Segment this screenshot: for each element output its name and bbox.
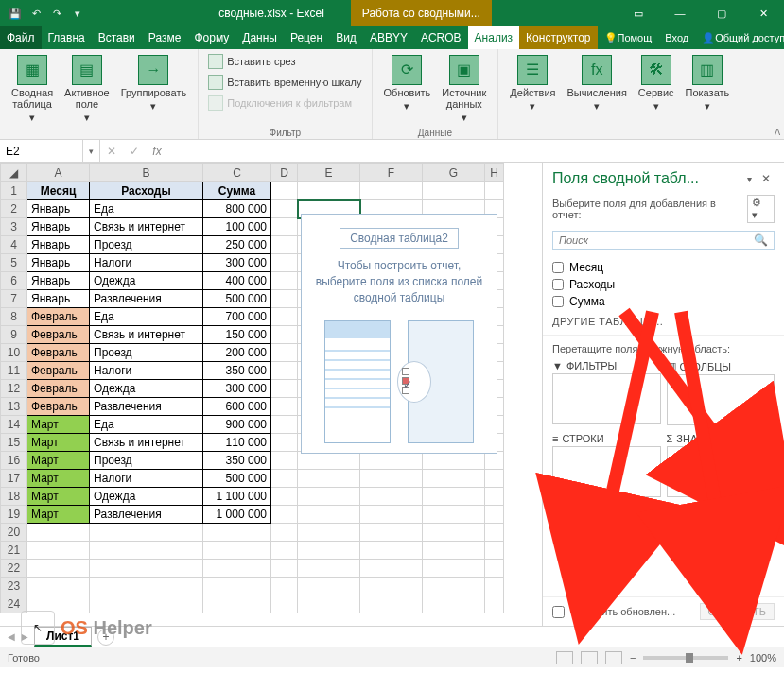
tab-file[interactable]: Файл [0, 26, 42, 49]
field-item[interactable]: Сумма [552, 293, 775, 310]
cell[interactable]: 100 000 [203, 218, 271, 236]
row-header[interactable]: 20 [1, 524, 27, 542]
row-header[interactable]: 16 [1, 452, 27, 470]
page-layout-view-button[interactable] [581, 651, 598, 664]
row-header[interactable]: 11 [1, 362, 27, 380]
name-box[interactable]: E2 [0, 140, 83, 162]
share-button[interactable]: 👤 Общий доступ [695, 26, 784, 49]
cell[interactable]: Январь [27, 272, 90, 290]
cell[interactable]: Февраль [27, 344, 90, 362]
cell[interactable]: 200 000 [203, 344, 271, 362]
cell[interactable]: 900 000 [203, 416, 271, 434]
cell[interactable]: Связь и интернет [90, 326, 203, 344]
field-search-input[interactable] [559, 234, 754, 246]
cell[interactable]: Январь [27, 236, 90, 254]
cell[interactable]: 150 000 [203, 326, 271, 344]
close-button[interactable]: ✕ [742, 0, 784, 26]
save-button[interactable]: 💾 [6, 4, 25, 23]
show-button[interactable]: ▥Показать▾ [680, 51, 736, 115]
cell[interactable]: 600 000 [203, 398, 271, 416]
zoom-slider[interactable] [643, 656, 728, 660]
cell[interactable]: Развлечения [90, 398, 203, 416]
cell[interactable]: Налоги [90, 254, 203, 272]
cell[interactable]: Месяц [27, 182, 90, 200]
cell[interactable]: 350 000 [203, 362, 271, 380]
cell[interactable]: Проезд [90, 452, 203, 470]
cell[interactable]: Март [27, 434, 90, 452]
cell[interactable]: Одежда [90, 380, 203, 398]
values-zone[interactable]: ΣЗНАЧЕНИЯ [667, 431, 775, 497]
cell[interactable]: 500 000 [203, 470, 271, 488]
row-header[interactable]: 14 [1, 416, 27, 434]
cell[interactable]: 1 000 000 [203, 506, 271, 524]
qat-customize[interactable]: ▾ [68, 4, 87, 23]
row-header[interactable]: 18 [1, 488, 27, 506]
cell[interactable]: Расходы [90, 182, 203, 200]
row-header[interactable]: 12 [1, 380, 27, 398]
col-header[interactable]: E [298, 164, 360, 182]
pane-options-dropdown[interactable]: ▾ [747, 174, 752, 184]
row-header[interactable]: 4 [1, 236, 27, 254]
row-header[interactable]: 1 [1, 182, 27, 200]
name-box-dropdown[interactable]: ▾ [83, 140, 100, 162]
sign-in[interactable]: Вход [658, 26, 695, 49]
spreadsheet-grid[interactable]: ◢ A B C D E F G H 1 Месяц Расходы Сумма … [0, 163, 542, 626]
update-button[interactable]: ОБНОВИТЬ [700, 603, 775, 620]
row-header[interactable]: 6 [1, 272, 27, 290]
row-header[interactable]: 22 [1, 560, 27, 578]
col-header[interactable]: H [485, 164, 504, 182]
sheet-nav-prev[interactable]: ◀ [8, 631, 15, 642]
tab-home[interactable]: Главна [42, 26, 92, 49]
col-header[interactable]: A [27, 164, 90, 182]
undo-button[interactable]: ↶ [26, 4, 45, 23]
row-header[interactable]: 5 [1, 254, 27, 272]
redo-button[interactable]: ↷ [47, 4, 66, 23]
insert-timeline-button[interactable]: Вставить временную шкалу [204, 72, 365, 93]
collapse-ribbon-button[interactable]: ᐱ [775, 128, 780, 137]
rows-zone[interactable]: ≡СТРОКИ [552, 431, 661, 497]
cell[interactable]: Март [27, 470, 90, 488]
tab-analyze[interactable]: Анализ [468, 26, 520, 49]
select-all-button[interactable]: ◢ [1, 164, 27, 182]
cell[interactable]: Еда [90, 416, 203, 434]
row-header[interactable]: 10 [1, 344, 27, 362]
cell[interactable]: 250 000 [203, 236, 271, 254]
cell[interactable]: 110 000 [203, 434, 271, 452]
cell[interactable]: Связь и интернет [90, 434, 203, 452]
cell[interactable]: Развлечения [90, 506, 203, 524]
tab-formulas[interactable]: Форму [187, 26, 235, 49]
cell[interactable]: Проезд [90, 344, 203, 362]
field-checkbox[interactable] [552, 262, 564, 273]
cell[interactable]: Одежда [90, 488, 203, 506]
cell[interactable]: Январь [27, 200, 90, 218]
row-header[interactable]: 9 [1, 326, 27, 344]
row-header[interactable]: 13 [1, 398, 27, 416]
row-header[interactable]: 3 [1, 218, 27, 236]
tell-me[interactable]: 💡 Помощ [598, 26, 659, 49]
field-checkbox[interactable] [552, 279, 564, 290]
cell[interactable]: Февраль [27, 308, 90, 326]
cell[interactable]: Сумма [203, 182, 271, 200]
pane-layout-button[interactable]: ⚙ ▾ [747, 195, 775, 223]
cell[interactable]: Развлечения [90, 290, 203, 308]
row-header[interactable]: 7 [1, 290, 27, 308]
col-header[interactable]: F [360, 164, 423, 182]
defer-update-checkbox[interactable] [552, 606, 565, 618]
col-header[interactable]: C [203, 164, 271, 182]
cell[interactable]: 800 000 [203, 200, 271, 218]
cell[interactable]: Январь [27, 254, 90, 272]
cell[interactable]: Январь [27, 290, 90, 308]
ribbon-display-options[interactable]: ▭ [618, 0, 659, 26]
tab-layout[interactable]: Разме [142, 26, 188, 49]
page-break-view-button[interactable] [605, 651, 622, 664]
cell[interactable]: 700 000 [203, 308, 271, 326]
calculations-button[interactable]: fxВычисления▾ [562, 51, 633, 115]
maximize-button[interactable]: ▢ [701, 0, 742, 26]
tab-review[interactable]: Рецен [284, 26, 329, 49]
field-item[interactable]: Месяц [552, 259, 775, 276]
cell[interactable]: Еда [90, 200, 203, 218]
pivot-table-button[interactable]: ▦Сводная таблица▾ [6, 51, 59, 127]
cell[interactable]: 350 000 [203, 452, 271, 470]
col-header[interactable]: D [271, 164, 298, 182]
tab-insert[interactable]: Встави [92, 26, 142, 49]
